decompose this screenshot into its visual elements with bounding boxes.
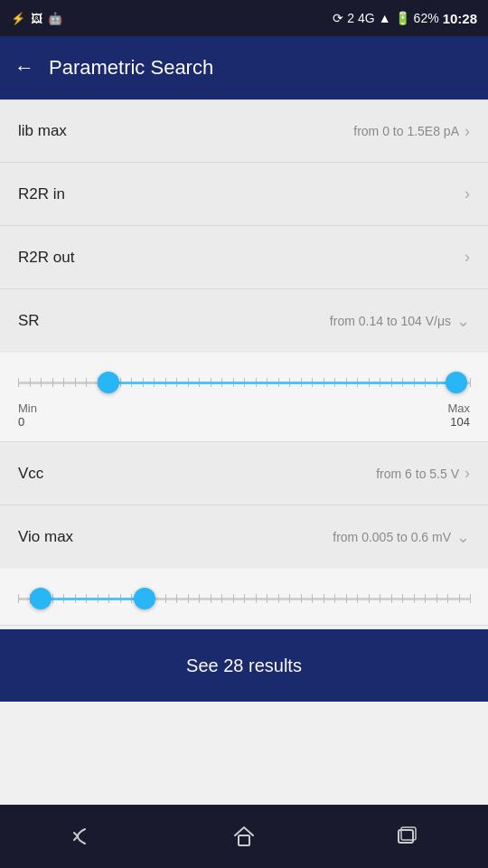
slider-tick bbox=[233, 594, 234, 603]
sr-slider-labels: Min 0 Max 104 bbox=[18, 401, 470, 429]
slider-tick bbox=[447, 594, 448, 603]
back-nav-button[interactable] bbox=[69, 824, 94, 849]
usb-icon: ⚡ bbox=[11, 12, 25, 25]
android-icon: 🤖 bbox=[48, 12, 62, 25]
sr-slider-track[interactable] bbox=[18, 369, 470, 396]
vio-thumb-min[interactable] bbox=[30, 588, 52, 609]
slider-tick bbox=[289, 594, 290, 603]
slider-tick bbox=[18, 378, 19, 387]
r2r-in-row[interactable]: R2R in › bbox=[0, 163, 488, 226]
status-bar: ⚡ 🖼 🤖 ⟳ 2 4G ▲ 🔋 62% 10:28 bbox=[0, 0, 488, 36]
slider-tick bbox=[63, 378, 64, 387]
slider-tick bbox=[391, 594, 392, 603]
sr-label: SR bbox=[18, 312, 40, 330]
battery-label: 62% bbox=[414, 11, 439, 25]
vio-label: Vio max bbox=[18, 528, 73, 546]
vcc-chevron-right-icon: › bbox=[465, 464, 470, 483]
r2r-out-chevron-right-icon: › bbox=[465, 248, 470, 267]
status-time: 10:28 bbox=[443, 11, 477, 26]
slider-tick bbox=[369, 594, 370, 603]
sr-max-title: Max bbox=[447, 401, 470, 415]
vio-row[interactable]: Vio max from 0.005 to 0.6 mV ⌄ bbox=[0, 505, 488, 569]
slider-tick bbox=[301, 594, 302, 603]
slider-tick bbox=[436, 594, 437, 603]
signal-icon: ▲ bbox=[379, 11, 391, 25]
slider-tick bbox=[357, 594, 358, 603]
slider-tick bbox=[256, 594, 257, 603]
battery-icon: 🔋 bbox=[395, 11, 410, 25]
page-title: Parametric Search bbox=[49, 56, 213, 80]
slider-tick bbox=[402, 594, 403, 603]
slider-tick bbox=[380, 594, 380, 603]
slider-tick bbox=[324, 594, 324, 603]
vio-chevron-down-icon: ⌄ bbox=[456, 527, 470, 547]
sr-min-value: 0 bbox=[18, 415, 37, 429]
r2r-in-value: › bbox=[465, 184, 470, 203]
slider-tick bbox=[267, 594, 267, 603]
status-right-icons: ⟳ 2 4G ▲ 🔋 62% 10:28 bbox=[333, 11, 477, 26]
slider-tick bbox=[221, 594, 222, 603]
lib-max-label: lib max bbox=[18, 122, 67, 140]
vio-track-fill bbox=[41, 598, 145, 600]
slider-tick bbox=[86, 378, 87, 387]
sr-min-label-group: Min 0 bbox=[18, 401, 37, 429]
content-area: lib max from 0 to 1.5E8 pA › R2R in › R2… bbox=[0, 99, 488, 702]
sr-max-label-group: Max 104 bbox=[447, 401, 470, 429]
slider-tick bbox=[41, 378, 42, 387]
4g-icon: 4G bbox=[358, 11, 375, 25]
r2r-out-value: › bbox=[465, 248, 470, 267]
slider-tick bbox=[18, 594, 19, 603]
vcc-value: from 6 to 5.5 V › bbox=[376, 464, 470, 483]
see-results-button[interactable]: See 28 results bbox=[0, 629, 488, 702]
slider-tick bbox=[312, 594, 313, 603]
slider-tick bbox=[52, 378, 53, 387]
status-left-icons: ⚡ 🖼 🤖 bbox=[11, 12, 62, 25]
lib-max-row[interactable]: lib max from 0 to 1.5E8 pA › bbox=[0, 99, 488, 163]
sim-icon: 2 bbox=[347, 11, 354, 25]
lib-max-value: from 0 to 1.5E8 pA › bbox=[353, 122, 470, 141]
slider-tick bbox=[459, 594, 460, 603]
sr-value: from 0.14 to 104 V/μs ⌄ bbox=[330, 311, 470, 331]
slider-tick bbox=[176, 594, 177, 603]
vio-slider-container bbox=[0, 569, 488, 625]
r2r-in-label: R2R in bbox=[18, 185, 65, 203]
sr-min-title: Min bbox=[18, 401, 37, 415]
sr-row[interactable]: SR from 0.14 to 104 V/μs ⌄ bbox=[0, 289, 488, 353]
sr-chevron-down-icon: ⌄ bbox=[456, 311, 470, 331]
home-nav-button[interactable] bbox=[231, 824, 257, 849]
vio-slider-track[interactable] bbox=[18, 585, 470, 612]
slider-tick bbox=[188, 594, 189, 603]
slider-tick bbox=[470, 594, 471, 603]
rotate-icon: ⟳ bbox=[333, 11, 343, 25]
vcc-row[interactable]: Vcc from 6 to 5.5 V › bbox=[0, 442, 488, 505]
slider-tick bbox=[414, 594, 415, 603]
sr-thumb-max[interactable] bbox=[446, 372, 467, 393]
r2r-out-row[interactable]: R2R out › bbox=[0, 226, 488, 289]
app-header: ← Parametric Search bbox=[0, 36, 488, 99]
slider-tick bbox=[165, 594, 166, 603]
sr-thumb-min[interactable] bbox=[98, 372, 119, 393]
sr-track-fill bbox=[108, 382, 456, 384]
slider-tick bbox=[75, 378, 76, 387]
slider-tick bbox=[425, 594, 426, 603]
sr-slider-container: Min 0 Max 104 bbox=[0, 353, 488, 441]
lib-max-chevron-right-icon: › bbox=[465, 122, 470, 141]
slider-tick bbox=[334, 594, 335, 603]
slider-tick bbox=[211, 594, 211, 603]
recents-nav-button[interactable] bbox=[394, 824, 419, 849]
svg-rect-0 bbox=[239, 835, 249, 845]
r2r-in-chevron-right-icon: › bbox=[465, 184, 470, 203]
vio-value: from 0.005 to 0.6 mV ⌄ bbox=[333, 527, 470, 547]
slider-tick bbox=[199, 594, 200, 603]
vcc-label: Vcc bbox=[18, 465, 43, 483]
vio-thumb-max[interactable] bbox=[134, 588, 155, 609]
sr-max-value: 104 bbox=[450, 415, 470, 429]
slider-tick bbox=[346, 594, 347, 603]
slider-tick bbox=[278, 594, 279, 603]
vio-section: Vio max from 0.005 to 0.6 mV ⌄ bbox=[0, 505, 488, 626]
r2r-out-label: R2R out bbox=[18, 249, 74, 267]
slider-tick bbox=[30, 378, 31, 387]
bottom-nav bbox=[0, 805, 488, 868]
slider-tick bbox=[244, 594, 245, 603]
back-button[interactable]: ← bbox=[14, 56, 34, 80]
